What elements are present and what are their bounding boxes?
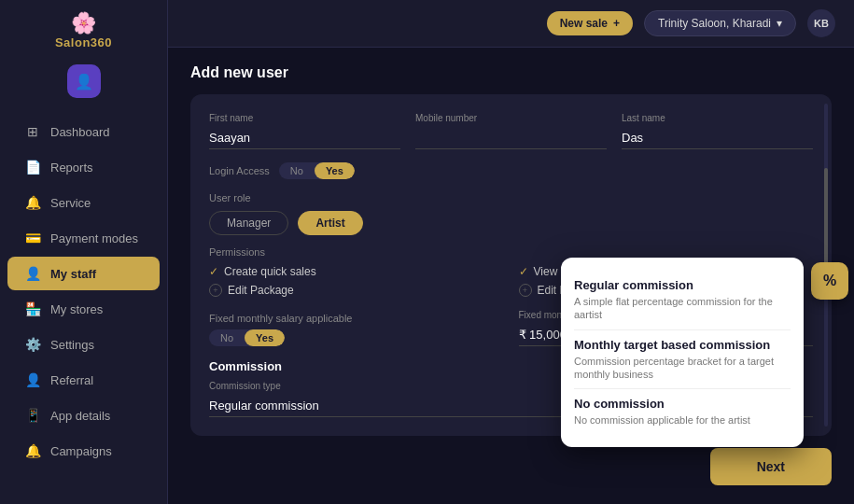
permissions-label: Permissions — [209, 246, 813, 258]
circle-icon: + — [519, 284, 532, 297]
main-content: New sale + Trinity Saloon, Kharadi ▾ KB … — [168, 0, 854, 504]
dashboard-icon: ⊞ — [24, 124, 41, 139]
sidebar-item-label: Settings — [50, 338, 94, 352]
sidebar-item-label: Dashboard — [50, 125, 110, 139]
sidebar-item-settings[interactable]: ⚙️ Settings — [7, 328, 160, 361]
sidebar-item-label: Payment modes — [50, 231, 138, 245]
percent-button[interactable]: % — [811, 262, 848, 300]
sidebar-item-referral[interactable]: 👤 Referral — [7, 363, 160, 397]
sidebar-item-label: Referral — [50, 373, 93, 387]
dropdown-item-title: Regular commission — [574, 278, 791, 292]
sidebar-item-label: Reports — [50, 161, 93, 175]
login-access-toggle[interactable]: No Yes — [279, 162, 355, 179]
salary-applicable-label: Fixed monthly salary applicable — [209, 313, 504, 324]
dropdown-monthly-target-commission[interactable]: Monthly target based commission Commissi… — [574, 330, 791, 390]
sidebar-item-campaigns[interactable]: 🔔 Campaigns — [7, 434, 160, 468]
user-avatar-sidebar: 👤 — [67, 64, 101, 98]
salary-toggle-no[interactable]: No — [209, 329, 245, 346]
first-name-group: First name — [209, 113, 400, 149]
sidebar-item-payment-modes[interactable]: 💳 Payment modes — [7, 221, 160, 255]
perm-label: Create quick sales — [224, 265, 316, 278]
salary-applicable-toggle[interactable]: No Yes — [209, 329, 285, 346]
mobile-input[interactable] — [415, 127, 607, 149]
role-manager-btn[interactable]: Manager — [209, 211, 288, 235]
sidebar-item-label: App details — [50, 409, 110, 423]
service-icon: 🔔 — [24, 195, 41, 210]
add-user-form: First name Mobile number Last name Login… — [190, 94, 832, 436]
toggle-no[interactable]: No — [279, 162, 315, 179]
referral-icon: 👤 — [24, 372, 41, 387]
login-access-row: Login Access No Yes — [209, 162, 813, 179]
commission-dropdown-popup: Regular commission A simple flat percent… — [561, 258, 804, 447]
salary-toggle-yes[interactable]: Yes — [245, 329, 285, 346]
check-icon: ✓ — [209, 265, 218, 278]
first-name-label: First name — [209, 113, 400, 123]
toggle-yes[interactable]: Yes — [315, 162, 355, 179]
sidebar-item-service[interactable]: 🔔 Service — [7, 186, 160, 219]
chevron-down-icon: ▾ — [777, 17, 782, 30]
logo-area: 🌸 Salon360 — [55, 11, 112, 49]
salon-name: Trinity Saloon, Kharadi — [658, 17, 771, 30]
salon-selector[interactable]: Trinity Saloon, Kharadi ▾ — [644, 10, 796, 36]
role-buttons: Manager Artist — [209, 211, 813, 235]
sidebar-item-reports[interactable]: 📄 Reports — [7, 150, 160, 184]
new-sale-button[interactable]: New sale + — [547, 11, 633, 35]
settings-icon: ⚙️ — [24, 337, 41, 352]
login-access-label: Login Access — [209, 165, 270, 176]
perm-edit-package: + Edit Package — [209, 284, 504, 297]
campaigns-icon: 🔔 — [24, 443, 41, 458]
perm-create-quick-sales: ✓ Create quick sales — [209, 265, 504, 278]
sidebar-item-label: Campaigns — [50, 444, 112, 458]
last-name-group: Last name — [622, 113, 813, 149]
commission-type-label: Commission type — [209, 381, 602, 391]
salary-applicable-group: Fixed monthly salary applicable No Yes — [209, 313, 504, 346]
new-sale-label: New sale — [560, 17, 608, 30]
dropdown-regular-commission[interactable]: Regular commission A simple flat percent… — [574, 271, 791, 330]
sidebar-item-app-details[interactable]: 📱 App details — [7, 399, 160, 432]
page-content: Add new user First name Mobile number La… — [168, 48, 854, 504]
commission-type-select[interactable]: Regular commission Monthly target based … — [209, 395, 602, 417]
scrollbar-thumb — [824, 168, 828, 265]
next-button[interactable]: Next — [710, 448, 832, 485]
dropdown-no-commission[interactable]: No commission No commission applicable f… — [574, 389, 791, 434]
dropdown-item-desc: No commission applicable for the artist — [574, 413, 791, 427]
circle-icon: + — [209, 284, 222, 297]
reports-icon: 📄 — [24, 160, 41, 175]
sidebar-item-dashboard[interactable]: ⊞ Dashboard — [7, 115, 160, 148]
plus-icon: + — [613, 17, 620, 30]
app-icon: 📱 — [24, 408, 41, 423]
sidebar: 🌸 Salon360 👤 ⊞ Dashboard 📄 Reports 🔔 Ser… — [0, 0, 168, 504]
logo-text: Salon360 — [55, 35, 112, 49]
mobile-group: Mobile number — [415, 113, 607, 149]
first-name-input[interactable] — [209, 127, 400, 149]
page-title: Add new user — [190, 64, 832, 81]
sidebar-item-label: My staff — [50, 267, 96, 281]
dropdown-item-desc: A simple flat percentage commission for … — [574, 295, 791, 322]
sidebar-item-label: Service — [50, 196, 91, 210]
role-artist-btn[interactable]: Artist — [298, 211, 362, 235]
user-role-label: User role — [209, 192, 813, 203]
dropdown-item-desc: Commission percentage bracket for a targ… — [574, 355, 791, 382]
perm-label: Edit Package — [228, 284, 294, 297]
last-name-label: Last name — [622, 113, 813, 123]
user-avatar-topbar: KB — [807, 9, 835, 37]
nav-items: ⊞ Dashboard 📄 Reports 🔔 Service 💳 Paymen… — [0, 113, 167, 469]
logo-icon: 🌸 — [71, 11, 96, 35]
commission-type-wrapper: Regular commission Monthly target based … — [209, 395, 602, 417]
dropdown-item-title: No commission — [574, 397, 791, 411]
check-icon: ✓ — [519, 265, 528, 278]
last-name-input[interactable] — [622, 127, 813, 149]
dropdown-item-title: Monthly target based commission — [574, 338, 791, 352]
commission-type-group: Commission type Regular commission Month… — [209, 381, 602, 417]
sidebar-item-label: My stores — [50, 302, 103, 316]
sidebar-item-my-staff[interactable]: 👤 My staff — [7, 257, 160, 290]
staff-icon: 👤 — [24, 266, 41, 281]
stores-icon: 🏪 — [24, 301, 41, 316]
payment-icon: 💳 — [24, 231, 41, 245]
mobile-label: Mobile number — [415, 113, 607, 123]
topbar: New sale + Trinity Saloon, Kharadi ▾ KB — [168, 0, 854, 48]
name-row: First name Mobile number Last name — [209, 113, 813, 149]
sidebar-item-my-stores[interactable]: 🏪 My stores — [7, 292, 160, 326]
